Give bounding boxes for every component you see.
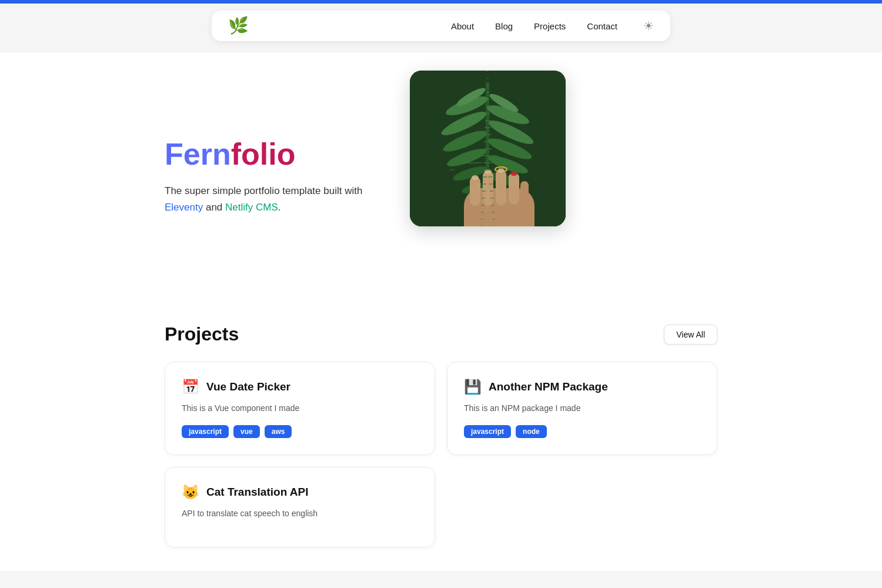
logo[interactable]: 🌿 <box>228 18 249 34</box>
fern-svg <box>410 71 566 226</box>
tag-node-1: node <box>516 425 547 438</box>
eleventy-link[interactable]: Eleventy <box>165 202 203 213</box>
project-name-0: Vue Date Picker <box>206 380 290 393</box>
svg-rect-19 <box>509 172 519 205</box>
view-all-button[interactable]: View All <box>664 325 717 345</box>
project-card-2: 😺 Cat Translation API API to translate c… <box>165 467 435 547</box>
project-card-1-header: 💾 Another NPM Package <box>464 379 700 395</box>
sun-icon: ☀ <box>643 19 654 32</box>
theme-toggle-button[interactable]: ☀ <box>643 19 654 33</box>
project-name-2: Cat Translation API <box>206 486 309 499</box>
hero-description: The super simple portfolio template buil… <box>165 183 388 215</box>
top-accent-bar <box>0 0 882 4</box>
fern-photo <box>410 71 566 226</box>
projects-section-title: Projects <box>165 323 239 345</box>
project-card-0-header: 📅 Vue Date Picker <box>182 379 418 395</box>
project-tags-1: javascript node <box>464 425 700 438</box>
projects-section: Projects View All 📅 Vue Date Picker This… <box>0 300 882 571</box>
navbar-wrapper: 🌿 About Blog Projects Contact ☀ <box>0 4 882 41</box>
hero-desc-period: . <box>278 202 281 213</box>
logo-icon: 🌿 <box>228 18 249 34</box>
nav-link-contact[interactable]: Contact <box>587 21 617 31</box>
svg-point-22 <box>472 175 479 180</box>
hero-title-folio: folio <box>231 137 296 171</box>
hero-image <box>410 71 566 226</box>
svg-point-23 <box>485 169 492 174</box>
project-icon-1: 💾 <box>464 379 482 395</box>
tag-javascript-0: javascript <box>182 425 229 438</box>
project-tags-0: javascript vue aws <box>182 425 418 438</box>
svg-point-25 <box>510 171 517 176</box>
tag-vue-0: vue <box>233 425 260 438</box>
projects-grid: 📅 Vue Date Picker This is a Vue componen… <box>165 362 717 455</box>
navbar-links: About Blog Projects Contact ☀ <box>451 19 654 33</box>
nav-link-blog[interactable]: Blog <box>495 21 513 31</box>
project-desc-0: This is a Vue component I made <box>182 402 418 415</box>
svg-rect-20 <box>520 181 529 205</box>
content-layer: Fernfolio The super simple portfolio tem… <box>0 53 882 571</box>
hero-title-fern: Fern <box>165 137 231 171</box>
project-card-0: 📅 Vue Date Picker This is a Vue componen… <box>165 362 435 455</box>
navbar: 🌿 About Blog Projects Contact ☀ <box>212 11 670 41</box>
projects-header: Projects View All <box>165 323 717 345</box>
project-desc-1: This is an NPM package I made <box>464 402 700 415</box>
project-card-placeholder <box>447 467 717 547</box>
svg-point-24 <box>497 168 505 173</box>
hero-desc-static: The super simple portfolio template buil… <box>165 185 362 196</box>
hero-section: Fernfolio The super simple portfolio tem… <box>0 53 882 300</box>
project-icon-0: 📅 <box>182 379 199 395</box>
project-desc-2: API to translate cat speech to english <box>182 507 418 520</box>
svg-rect-17 <box>483 171 493 206</box>
netlify-link[interactable]: Netlify CMS <box>225 202 278 213</box>
tag-aws-0: aws <box>265 425 292 438</box>
nav-link-projects[interactable]: Projects <box>534 21 566 31</box>
nav-link-about[interactable]: About <box>451 21 474 31</box>
hero-and-projects: Fernfolio The super simple portfolio tem… <box>0 53 882 571</box>
projects-grid-bottom: 😺 Cat Translation API API to translate c… <box>165 467 717 547</box>
svg-rect-16 <box>470 176 480 206</box>
project-name-1: Another NPM Package <box>489 380 608 393</box>
hero-desc-and: and <box>206 202 225 213</box>
project-card-2-header: 😺 Cat Translation API <box>182 484 418 500</box>
project-icon-2: 😺 <box>182 484 199 500</box>
project-card-1: 💾 Another NPM Package This is an NPM pac… <box>447 362 717 455</box>
tag-javascript-1: javascript <box>464 425 511 438</box>
svg-rect-18 <box>496 169 506 206</box>
